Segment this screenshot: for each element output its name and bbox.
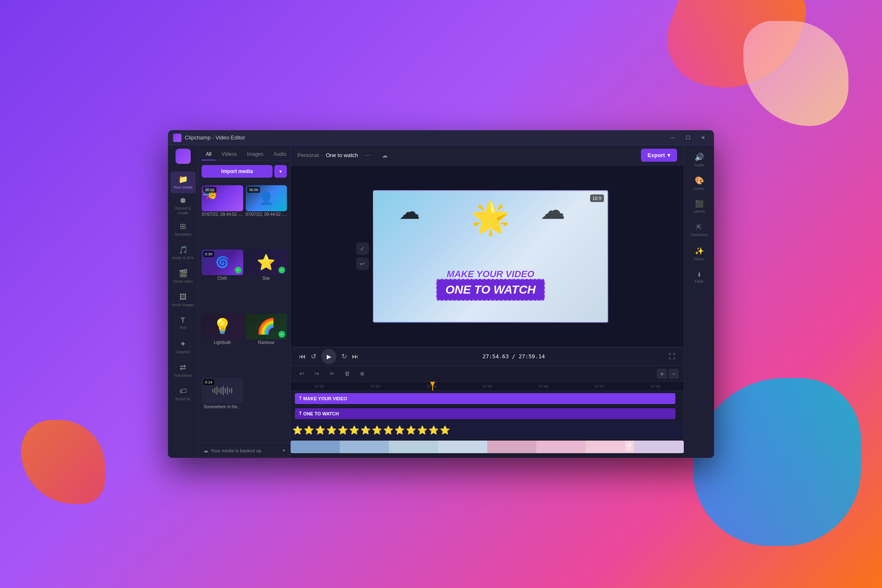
media-label-1: 07/07/22, 09:44:02 -... <box>202 211 243 218</box>
track-label-one-to-watch[interactable]: T ONE TO WATCH <box>295 408 675 419</box>
media-label-cloth: Cloth <box>202 275 243 281</box>
track-t-icon-2: T <box>299 411 302 416</box>
rewind-button[interactable]: ↺ <box>311 352 316 360</box>
redo-button[interactable]: ↪ <box>311 368 323 380</box>
stars-track-content[interactable]: ⭐ ⭐ ⭐ ⭐ ⭐ ⭐ ⭐ ⭐ ⭐ ⭐ ⭐ ⭐ ⭐ <box>291 422 684 438</box>
media-item-wrap-1: 🎭 30:00 07/07/22, 09:44:02 -... <box>202 185 243 247</box>
media-item-lightbulb[interactable]: 💡 <box>202 314 243 340</box>
breadcrumb: Personal › One to watch <box>297 152 358 158</box>
ruler-mark-1: 27:53 <box>347 384 403 388</box>
right-tool-transform[interactable]: ⇱ Transform <box>687 219 712 241</box>
sidebar-item-stock-video[interactable]: 🎬 Stock video <box>171 265 196 287</box>
time-display: 27:54.63 / 27:59.14 <box>483 353 545 360</box>
media-item-1[interactable]: 🎭 30:00 <box>202 185 243 211</box>
grad-seg-8 <box>635 441 684 453</box>
tab-audio[interactable]: Audio <box>269 149 291 160</box>
track-label-make-your-video[interactable]: T MAKE YOUR VIDEO <box>295 393 675 404</box>
preview-container: ✓ ↩ 16:9 ☁ ☁ 🌟 MAKE YOUR VIDEO ONE TO WA… <box>291 165 684 347</box>
sidebar-item-stock-images[interactable]: 🖼 Stock images <box>171 289 196 311</box>
star-6: ⭐ <box>349 425 360 435</box>
tab-images[interactable]: Images <box>243 149 268 160</box>
record-icon: ⏺ <box>179 196 187 205</box>
play-pause-button[interactable]: ▶ <box>321 349 336 364</box>
media-item-rainbow[interactable]: 🌈 ✓ <box>246 314 287 340</box>
gradient-track[interactable]: ⊠ <box>291 441 684 453</box>
sidebar-item-templates[interactable]: ⊞ Templates <box>171 218 196 240</box>
backup-icon: ☁ <box>203 448 208 454</box>
media-label-audio: Somewhere in the... <box>202 404 243 410</box>
sidebar-item-graphics[interactable]: ✦ Graphics <box>171 336 196 358</box>
fullscreen-button[interactable]: ⛶ <box>669 353 675 360</box>
cloud-sync-button[interactable]: ☁ <box>378 149 391 162</box>
export-button[interactable]: Export ▾ <box>641 149 677 162</box>
media-badge-audio: 0:14 <box>203 379 214 385</box>
track-t-icon-1: T <box>299 396 302 401</box>
cancel-edit-button[interactable]: ↩ <box>356 257 369 270</box>
media-item-audio[interactable]: 0:14 <box>202 378 243 404</box>
star-1: ⭐ <box>292 425 303 435</box>
undo-button[interactable]: ↩ <box>296 368 307 380</box>
tab-videos[interactable]: Videos <box>217 149 241 160</box>
ruler-marks: 27:52 27:53 27:54 27:55 27:56 27:57 27:5… <box>291 384 684 388</box>
media-item-2[interactable]: 👤 30:00 <box>246 185 287 211</box>
video-preview[interactable]: 16:9 ☁ ☁ 🌟 MAKE YOUR VIDEO ONE TO WATCH <box>373 190 608 323</box>
import-media-button[interactable]: Import media <box>202 165 273 178</box>
zoom-out-button[interactable]: − <box>669 369 679 379</box>
confirm-edit-button[interactable]: ✓ <box>356 242 369 255</box>
delete-button[interactable]: 🗑 <box>341 368 353 380</box>
colour-tool-icon: 🎨 <box>695 176 704 185</box>
trim-handle[interactable]: ⊠ <box>625 441 633 452</box>
cloud-right: ☁ <box>540 195 565 225</box>
tab-all[interactable]: All <box>202 149 215 160</box>
media-item-star[interactable]: ⭐ ✓ <box>246 249 287 276</box>
backup-chevron[interactable]: ▾ <box>283 448 285 453</box>
sidebar-item-your-media[interactable]: 📁 Your media <box>171 171 196 193</box>
cut-button[interactable]: ✂ <box>326 368 338 380</box>
filters-tool-icon: ✨ <box>695 247 704 256</box>
right-tool-filters[interactable]: ✨ Filters <box>687 243 712 265</box>
import-dropdown-button[interactable]: ▼ <box>274 165 287 178</box>
star-14: ⭐ <box>440 425 450 435</box>
media-item-cloth[interactable]: 🌀 0:30 ✓ <box>202 249 243 276</box>
media-check-star: ✓ <box>278 267 285 273</box>
sidebar-item-transitions[interactable]: ⇄ Transitions <box>171 360 196 381</box>
star-5: ⭐ <box>338 425 348 435</box>
star-2: ⭐ <box>304 425 314 435</box>
grad-seg-2 <box>340 441 389 453</box>
music-icon: 🎵 <box>178 245 188 255</box>
breadcrumb-parent: Personal <box>297 152 319 158</box>
close-button[interactable]: ✕ <box>697 133 709 142</box>
brand-kit-icon: 🏷 <box>179 387 187 396</box>
maximize-button[interactable]: ☐ <box>682 133 694 142</box>
breadcrumb-current: One to watch <box>326 152 358 158</box>
minimize-button[interactable]: ─ <box>667 133 679 142</box>
time-separator: / <box>512 353 519 360</box>
timeline-playhead[interactable] <box>432 382 433 391</box>
media-item-wrap-star: ⭐ ✓ Star <box>246 249 287 311</box>
forward-button[interactable]: ↻ <box>341 352 347 360</box>
editor-toolbar: Personal › One to watch ⋯ ☁ Export ▾ <box>291 145 684 165</box>
star-9: ⭐ <box>383 425 394 435</box>
sidebar-item-brand-kit[interactable]: 🏷 Brand kit <box>171 383 196 405</box>
grad-seg-3 <box>389 441 438 453</box>
audio-waveform <box>212 386 232 395</box>
zoom-in-button[interactable]: + <box>657 369 667 379</box>
audio-tool-icon: 🔊 <box>695 152 704 162</box>
skip-back-button[interactable]: ⏮ <box>299 353 306 360</box>
duplicate-button[interactable]: ⊕ <box>356 368 368 380</box>
right-tool-colour[interactable]: 🎨 Colour <box>687 172 712 194</box>
transitions-icon: ⇄ <box>180 363 186 372</box>
more-options-button[interactable]: ⋯ <box>361 149 375 162</box>
sidebar-item-music[interactable]: 🎵 Music & SFX <box>171 242 196 264</box>
grad-seg-4 <box>438 441 487 453</box>
star-7: ⭐ <box>360 425 371 435</box>
right-tool-fade[interactable]: ⬇ Fade <box>687 266 712 288</box>
right-tool-audio[interactable]: 🔊 Audio <box>687 149 712 171</box>
skip-forward-button[interactable]: ⏭ <box>352 353 359 360</box>
media-item-wrap-lightbulb: 💡 Lightbulb <box>202 314 243 375</box>
right-tool-layout[interactable]: ⬛ Layout <box>687 196 712 218</box>
sidebar-item-record[interactable]: ⏺ Record & create <box>171 195 196 217</box>
star-4: ⭐ <box>326 425 337 435</box>
sidebar-item-text[interactable]: T Text <box>171 312 196 334</box>
track-text-label-1: MAKE YOUR VIDEO <box>303 396 347 401</box>
